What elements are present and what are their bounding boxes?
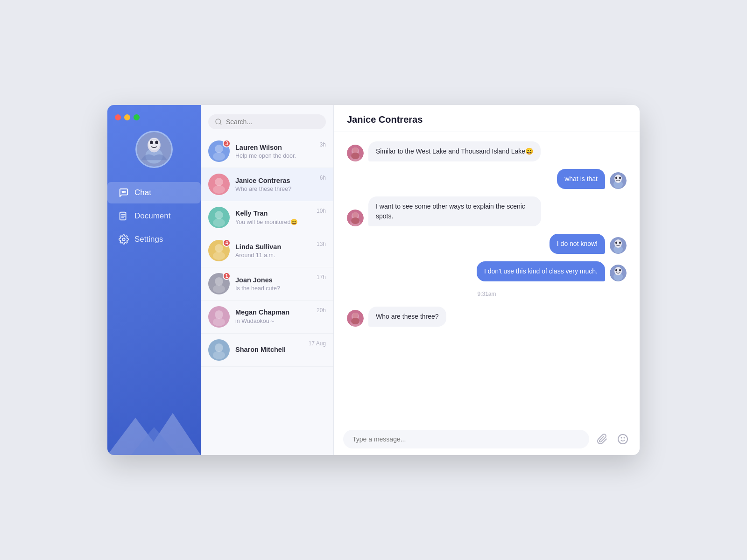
message-bubble: I don't use this kind of class very much… [477,261,605,281]
sidebar-item-chat[interactable]: Chat [107,182,201,203]
time-divider: 9:31am [347,291,627,297]
contact-time: 10h [317,207,326,214]
svg-point-32 [213,318,225,326]
svg-point-5 [155,141,158,144]
contact-item[interactable]: Megan Chapmanin Wudaokou～20h [201,301,333,334]
attachment-button[interactable] [595,432,610,447]
contact-avatar [208,207,230,228]
svg-point-23 [213,218,225,227]
chat-area: Janice Contreras Similar to the West Lak… [334,105,640,455]
unread-badge: 4 [223,239,231,247]
unread-badge: 1 [223,272,231,280]
contact-item[interactable]: 1Joan JonesIs the head cute?17h [201,267,333,301]
contact-item[interactable]: 3Lauren WilsonHelp me open the door.3h [201,135,333,168]
user-avatar[interactable] [135,131,173,168]
contact-name: Megan Chapman [235,308,311,316]
svg-point-10 [122,238,125,241]
svg-point-59 [615,269,617,272]
contact-preview: Around 11 a.m. [235,252,311,259]
sidebar-settings-label: Settings [134,235,163,244]
sidebar-item-document[interactable]: Document [107,205,201,227]
contact-avatar-wrap [208,207,230,228]
contact-name: Joan Jones [235,276,311,284]
sidebar: Chat Document Settings [107,105,201,455]
message-avatar [610,265,627,281]
message-input[interactable] [343,430,589,448]
contact-name: Janice Contreras [235,177,314,184]
message-bubble: Similar to the West Lake and Thousand Is… [368,141,541,161]
contact-preview: Is the head cute? [235,285,311,292]
message-avatar [610,237,627,254]
svg-point-29 [213,285,225,293]
message-row: I want to see some other ways to explain… [347,196,627,226]
svg-point-31 [215,310,223,319]
svg-point-60 [619,269,621,272]
svg-point-49 [352,212,358,218]
svg-point-40 [351,153,359,159]
svg-point-44 [615,177,617,179]
svg-point-25 [215,244,223,252]
svg-point-16 [215,145,223,153]
contact-preview: in Wudaokou～ [235,317,311,325]
unread-badge: 3 [223,140,231,147]
contact-time: 17 Aug [309,339,326,347]
minimize-button[interactable] [124,114,130,120]
close-button[interactable] [115,114,121,120]
contact-avatar-wrap [208,306,230,328]
message-avatar [610,172,627,189]
contact-item[interactable]: Sharon Mitchell17 Aug [201,334,333,367]
svg-point-26 [213,252,225,260]
contact-name: Kelly Tran [235,210,311,217]
maximize-button[interactable] [134,114,140,120]
contact-avatar-wrap: 4 [208,240,230,261]
svg-point-53 [614,239,622,248]
contact-time: 6h [320,174,326,181]
contact-info: Sharon Mitchell [235,346,303,355]
sidebar-item-settings[interactable]: Settings [107,229,201,250]
search-input-wrap[interactable] [208,114,326,129]
svg-point-17 [213,152,225,161]
svg-point-22 [215,211,223,219]
message-avatar [347,145,364,161]
traffic-lights [107,114,140,120]
contact-time: 20h [317,306,326,314]
svg-point-20 [213,185,225,194]
contact-avatar [208,306,230,328]
contact-item[interactable]: Kelly TranYou will be monitored😄10h [201,201,333,234]
svg-point-3 [148,138,160,150]
svg-point-4 [150,141,153,144]
contact-info: Joan JonesIs the head cute? [235,276,311,292]
svg-point-55 [619,242,621,244]
app-window: Chat Document Settings [107,105,640,455]
contact-avatar [208,174,230,195]
contacts-container: 3Lauren WilsonHelp me open the door.3h J… [201,135,333,367]
contact-item[interactable]: 4Linda SullivanAround 11 a.m.13h [201,234,333,267]
contact-list: 3Lauren WilsonHelp me open the door.3h J… [201,105,334,455]
chat-messages: Similar to the West Lake and Thousand Is… [334,132,640,423]
search-bar [201,105,333,135]
contact-avatar-wrap: 3 [208,140,230,162]
contact-avatar-wrap [208,339,230,361]
svg-point-54 [615,242,617,244]
contact-time: 3h [320,140,326,148]
contact-item[interactable]: Janice ContrerasWho are these three?6h [201,168,333,201]
message-bubble: I do not know! [550,234,605,254]
svg-point-6 [122,191,123,192]
document-icon [119,211,129,221]
contact-avatar-wrap [208,174,230,195]
search-input[interactable] [226,118,319,126]
contact-info: Lauren WilsonHelp me open the door. [235,144,314,159]
message-bubble: Who are these three? [368,307,446,327]
chat-icon [119,188,129,198]
emoji-button[interactable] [615,432,630,447]
message-avatar [347,210,364,226]
svg-point-19 [215,178,223,186]
chat-input-area [334,423,640,455]
contact-preview: You will be monitored😄 [235,218,311,225]
svg-point-8 [125,191,126,192]
message-bubble: I want to see some other ways to explain… [368,196,541,226]
svg-point-39 [352,147,358,153]
contact-info: Kelly TranYou will be monitored😄 [235,210,311,225]
message-bubble: what is that [557,169,605,189]
contact-time: 17h [317,273,326,280]
